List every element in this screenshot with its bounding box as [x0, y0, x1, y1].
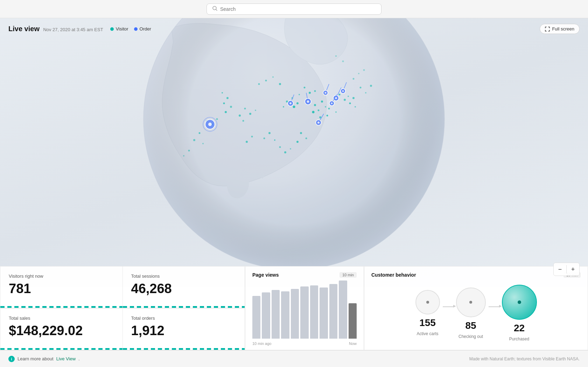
- checkout-value: 85: [465, 320, 476, 331]
- fullscreen-label: Full screen: [552, 26, 574, 32]
- search-box[interactable]: [206, 4, 382, 15]
- svg-point-94: [144, 0, 444, 270]
- stats-left: Visitors right now 781 Total sessions 46…: [0, 266, 245, 350]
- header: Live view Nov 27, 2020 at 3:45 am EST Vi…: [0, 18, 588, 40]
- visitors-value: 781: [9, 282, 114, 296]
- legend-visitor: Visitor: [110, 26, 128, 32]
- pageviews-header: Page views 10 min: [252, 272, 357, 278]
- bar-2: [272, 290, 280, 339]
- sales-label: Total sales: [9, 316, 114, 321]
- orders-value: 1,912: [131, 324, 237, 338]
- bottom-credit: Made with Natural Earth; textures from V…: [469, 356, 580, 361]
- arrow-line-1: [443, 306, 453, 307]
- bar-6: [310, 285, 318, 339]
- bottom-learn: i Learn more about Live View .: [8, 356, 80, 362]
- purchased-circle-bg: [502, 285, 537, 320]
- purchased-label: Purchased: [509, 337, 529, 341]
- svg-line-1: [216, 9, 217, 11]
- cards-area: Visitors right now 781 Total sessions 46…: [0, 266, 588, 350]
- search-icon: [212, 6, 217, 12]
- bar-8: [329, 284, 337, 339]
- info-icon: i: [8, 356, 15, 362]
- legend-order: Order: [134, 26, 151, 32]
- stats-bottom-row: Total sales $148,229.02 Total orders 1,9…: [0, 308, 245, 350]
- fullscreen-button[interactable]: Full screen: [540, 24, 580, 34]
- top-bar: [0, 0, 588, 18]
- chart-x-end: Now: [349, 341, 357, 346]
- behavior-title: Customer behavior: [371, 272, 416, 278]
- purchased-dot: [518, 300, 521, 304]
- visitors-label: Visitors right now: [9, 273, 114, 279]
- sessions-card: Total sessions 46,268: [122, 266, 245, 308]
- sales-value: $148,229.02: [9, 324, 114, 338]
- zoom-controls: − +: [553, 263, 580, 276]
- purchased-circle: [502, 285, 537, 320]
- stats-top-row: Visitors right now 781 Total sessions 46…: [0, 266, 245, 308]
- bar-9: [339, 281, 347, 339]
- visitors-card: Visitors right now 781: [0, 266, 122, 308]
- visitor-label: Visitor: [116, 26, 128, 32]
- learn-period: .: [78, 356, 80, 361]
- bar-3: [281, 291, 289, 339]
- behavior-item-checkout: 85 Checking out: [456, 288, 486, 339]
- bar-7: [320, 288, 328, 339]
- bar-10: [349, 303, 357, 339]
- pageviews-title: Page views: [252, 272, 279, 278]
- header-left: Live view Nov 27, 2020 at 3:45 am EST Vi…: [8, 25, 151, 33]
- behavior-circles: 155 Active carts 85 Checking out: [371, 281, 581, 346]
- bottom-bar: i Learn more about Live View . Made with…: [0, 350, 588, 367]
- zoom-in-button[interactable]: +: [567, 263, 579, 276]
- carts-label: Active carts: [416, 331, 438, 336]
- checkout-dot: [469, 301, 472, 304]
- bar-chart: [252, 281, 357, 340]
- carts-circle-bg: [415, 290, 440, 314]
- checkout-circle: [456, 288, 486, 317]
- purchased-value: 22: [514, 323, 525, 334]
- behavior-card: Customer behavior 10 min 155 Active cart…: [364, 266, 588, 350]
- sessions-label: Total sessions: [131, 273, 237, 279]
- bar-5: [300, 286, 308, 339]
- learn-text: Learn more about: [18, 356, 54, 361]
- bar-4: [291, 289, 299, 339]
- chart-x-start: 10 min ago: [252, 341, 271, 346]
- chart-labels: 10 min ago Now: [252, 341, 357, 346]
- checkout-label: Checking out: [458, 334, 483, 339]
- behavior-header: Customer behavior 10 min: [371, 272, 581, 278]
- visitor-dot: [110, 27, 114, 31]
- legend: Visitor Order: [110, 26, 151, 32]
- fullscreen-icon: [545, 27, 550, 32]
- order-dot: [134, 27, 138, 31]
- arrow-1: [440, 306, 456, 307]
- page-title: Live view: [8, 25, 40, 33]
- live-view-link[interactable]: Live View: [56, 356, 76, 361]
- order-label: Order: [140, 26, 151, 32]
- bar-1: [262, 292, 270, 339]
- page-timestamp: Nov 27, 2020 at 3:45 am EST: [43, 27, 103, 32]
- arrow-2: [486, 306, 502, 307]
- orders-label: Total orders: [131, 316, 237, 321]
- bar-0: [252, 296, 260, 339]
- carts-dot: [426, 301, 429, 304]
- arrow-line-2: [489, 306, 499, 307]
- behavior-item-purchased: 22 Purchased: [502, 285, 537, 341]
- zoom-out-button[interactable]: −: [554, 263, 566, 276]
- behavior-item-carts: 155 Active carts: [415, 290, 440, 336]
- checkout-circle-bg: [456, 288, 486, 317]
- pageviews-card: Page views 10 min 10 min ago Now: [245, 266, 364, 350]
- page-title-area: Live view Nov 27, 2020 at 3:45 am EST: [8, 25, 103, 33]
- carts-value: 155: [419, 317, 436, 328]
- globe-container: [0, 0, 588, 287]
- sessions-value: 46,268: [131, 282, 237, 296]
- search-input[interactable]: [220, 6, 376, 12]
- globe-svg: [49, 0, 539, 287]
- carts-circle: [415, 290, 440, 314]
- pageviews-time-badge: 10 min: [340, 272, 357, 278]
- sales-card: Total sales $148,229.02: [0, 308, 122, 350]
- orders-card: Total orders 1,912: [122, 308, 245, 350]
